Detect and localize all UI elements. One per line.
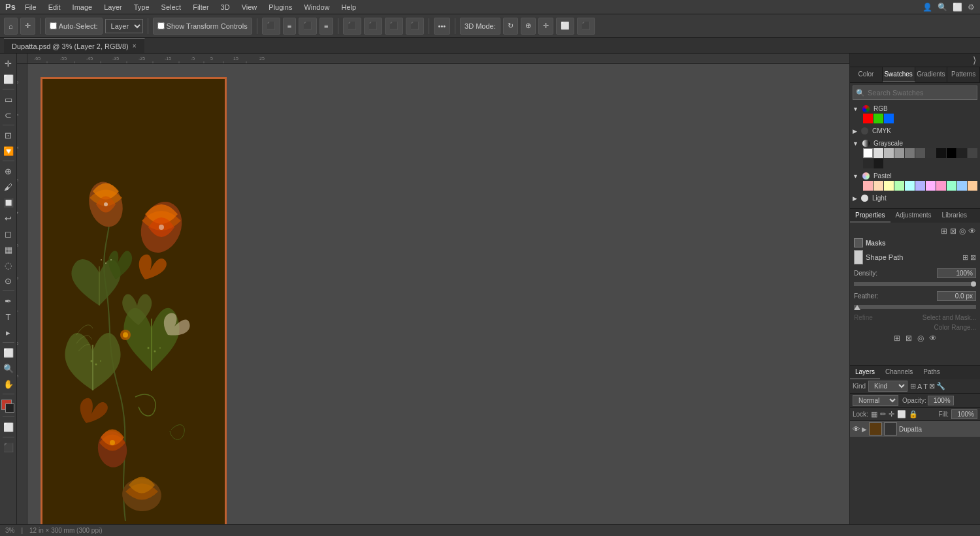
menu-3d[interactable]: 3D <box>216 2 235 12</box>
swatch-pastel-1[interactable] <box>863 181 873 191</box>
menu-view[interactable]: View <box>237 2 263 12</box>
lasso-tool[interactable]: ⊂ <box>1 108 16 122</box>
blur-tool[interactable]: ◌ <box>1 258 16 272</box>
shape-path-icon-2[interactable]: ⊠ <box>970 253 976 262</box>
fill-input[interactable] <box>951 409 977 419</box>
swatch-gray-5[interactable] <box>915 148 925 158</box>
dist-bottom-button[interactable]: ⬛ <box>385 18 403 35</box>
props-icon-2[interactable]: ⊠ <box>906 334 912 343</box>
background-color[interactable] <box>5 403 14 413</box>
type-tool[interactable]: T <box>1 309 16 324</box>
tab-patterns[interactable]: Patterns <box>947 67 980 82</box>
swatch-group-grayscale-header[interactable]: ▼ Grayscale <box>853 138 977 148</box>
menu-window[interactable]: Window <box>299 2 335 12</box>
shape-tool[interactable]: ⬜ <box>1 345 16 360</box>
rotate-button[interactable]: ↻ <box>503 18 518 35</box>
lock-move-icon[interactable]: ✛ <box>889 410 894 418</box>
history-brush-tool[interactable]: ↩ <box>1 211 16 225</box>
color-swatches[interactable] <box>1 400 16 414</box>
eraser-tool[interactable]: ◻ <box>1 227 16 241</box>
menu-filter[interactable]: Filter <box>188 2 214 12</box>
3d-mode-button[interactable]: 3D Mode: <box>460 18 500 35</box>
swatch-white[interactable] <box>863 148 873 158</box>
pan-button[interactable]: ✛ <box>538 18 553 35</box>
swatch-gray-6[interactable] <box>926 148 936 158</box>
account-icon[interactable]: 👤 <box>923 3 932 12</box>
swatch-green[interactable] <box>874 114 883 123</box>
crop-tool[interactable]: ⊡ <box>1 128 16 142</box>
layer-visibility-icon[interactable]: 👁 <box>853 425 860 433</box>
panel-icon-x[interactable]: ⊠ <box>950 227 956 236</box>
swatch-pastel-7[interactable] <box>926 181 936 191</box>
tab-properties[interactable]: Properties <box>850 209 890 223</box>
search-bar[interactable]: 🔍 <box>853 86 977 100</box>
tab-layers[interactable]: Layers <box>850 366 880 379</box>
shape-path-icon-1[interactable]: ⊞ <box>962 253 968 262</box>
lock-brush-icon[interactable]: ✏ <box>880 410 886 418</box>
tab-close-button[interactable]: × <box>133 42 137 50</box>
hand-tool[interactable]: ✋ <box>1 377 16 391</box>
maximize-icon[interactable]: ⬜ <box>953 3 962 12</box>
lock-artboard-icon[interactable]: ⬜ <box>897 410 906 418</box>
menu-select[interactable]: Select <box>156 2 187 12</box>
document-tab[interactable]: Dupatta.psd @ 3% (Layer 2, RGB/8) × <box>4 39 145 53</box>
lock-all-icon[interactable]: 🔒 <box>909 410 918 418</box>
density-slider-thumb[interactable] <box>971 281 976 287</box>
path-select-tool[interactable]: ▸ <box>1 325 16 339</box>
orbit-button[interactable]: ⊕ <box>521 18 536 35</box>
color-range-button[interactable]: Color Range... <box>934 324 976 331</box>
swatch-gray-2[interactable] <box>884 148 894 158</box>
swatch-blue[interactable] <box>884 114 894 123</box>
healing-tool[interactable]: ⊕ <box>1 164 16 178</box>
swatch-gray-4[interactable] <box>905 148 915 158</box>
swatch-near-black[interactable] <box>957 148 967 158</box>
swatch-gray-3[interactable] <box>894 148 904 158</box>
menu-plugins[interactable]: Plugins <box>263 2 297 12</box>
swatch-pastel-2[interactable] <box>874 181 883 191</box>
align-fill-button[interactable]: ≡ <box>319 18 333 35</box>
gradient-tool[interactable]: ▦ <box>1 242 16 257</box>
tab-adjustments[interactable]: Adjustments <box>890 209 937 223</box>
panel-icon-grid[interactable]: ⊞ <box>941 227 947 236</box>
brush-tool[interactable]: 🖌 <box>1 180 16 194</box>
tab-channels[interactable]: Channels <box>880 366 918 379</box>
swatch-gray-1[interactable] <box>874 148 883 158</box>
menu-image[interactable]: Image <box>67 2 98 12</box>
home-button[interactable]: ⌂ <box>4 18 18 35</box>
panel-icon-circle[interactable]: ◎ <box>959 227 966 236</box>
scale-3d-button[interactable]: ⬛ <box>577 18 595 35</box>
dist-top-button[interactable]: ⬛ <box>343 18 361 35</box>
tab-gradients[interactable]: Gradients <box>915 67 948 82</box>
align-right-button[interactable]: ⬛ <box>299 18 317 35</box>
swatch-red[interactable] <box>863 114 873 123</box>
transform-checkbox[interactable] <box>157 22 165 29</box>
menu-edit[interactable]: Edit <box>43 2 66 12</box>
dodge-tool[interactable]: ⊙ <box>1 274 16 288</box>
density-value[interactable]: 100% <box>937 268 976 278</box>
zoom-tool[interactable]: 🔍 <box>1 361 16 375</box>
blend-mode-select[interactable]: Normal <box>853 395 898 406</box>
kind-select[interactable]: Kind <box>868 381 907 392</box>
search-swatches-input[interactable] <box>868 89 974 97</box>
align-left-button[interactable]: ⬛ <box>262 18 280 35</box>
search-icon[interactable]: 🔍 <box>938 3 947 12</box>
menu-type[interactable]: Type <box>129 2 155 12</box>
swatch-black[interactable] <box>947 148 956 158</box>
props-icon-1[interactable]: ⊞ <box>894 334 900 343</box>
swatch-pastel-10[interactable] <box>957 181 967 191</box>
swatch-group-cmyk-header[interactable]: ▶ CMYK <box>853 126 977 136</box>
density-slider[interactable] <box>854 282 976 286</box>
tab-libraries[interactable]: Libraries <box>937 209 972 223</box>
kind-icon-2[interactable]: A <box>917 383 922 390</box>
swatch-dark-gray[interactable] <box>968 148 977 158</box>
kind-icon-5[interactable]: 🔧 <box>936 382 945 390</box>
feather-slider[interactable] <box>854 305 976 309</box>
swatch-pastel-11[interactable] <box>968 181 977 191</box>
tab-paths[interactable]: Paths <box>918 366 945 379</box>
menu-layer[interactable]: Layer <box>99 2 127 12</box>
dist-center-button[interactable]: ⬛ <box>364 18 382 35</box>
swatch-pastel-5[interactable] <box>905 181 915 191</box>
swatch-2a[interactable] <box>863 159 873 168</box>
layer-row-dupatta[interactable]: 👁 ▶ Dupatta <box>850 421 980 437</box>
quick-mask-tool[interactable]: ⬜ <box>1 420 16 434</box>
